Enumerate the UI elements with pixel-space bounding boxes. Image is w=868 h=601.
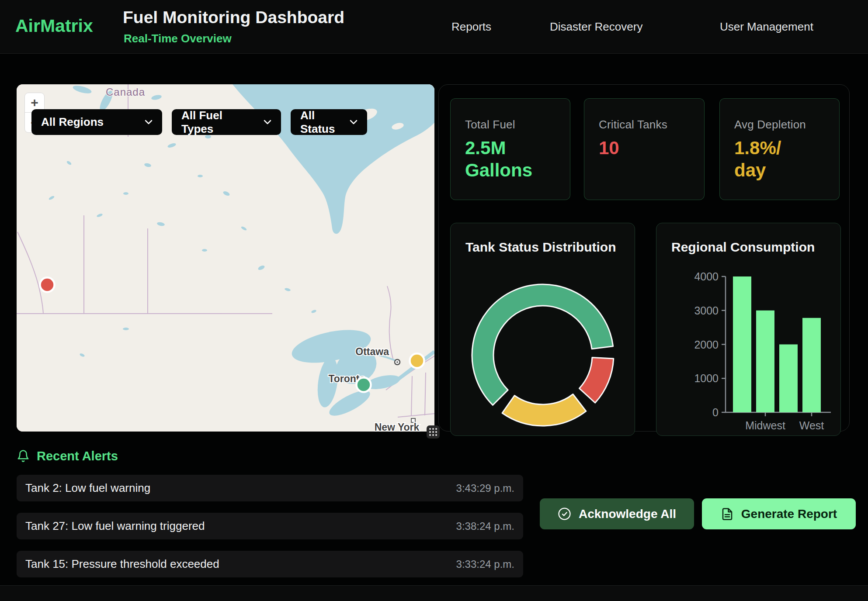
svg-text:West: West (799, 419, 824, 432)
svg-text:0: 0 (712, 406, 719, 418)
map-label-canada: Canada (106, 86, 145, 98)
consumption-bar (802, 318, 821, 412)
footer-bar (0, 585, 868, 601)
map-label-new-york: New York (375, 421, 420, 432)
generate-report-label: Generate Report (741, 507, 837, 521)
fuel-type-filter-label: All Fuel Types (181, 109, 256, 136)
tank-status-title: Tank Status Distribution (465, 240, 616, 255)
tank-status-panel: Tank Status Distribution (450, 223, 635, 436)
consumption-bar (756, 311, 774, 412)
stat-card-avg-depletion: Avg Depletion 1.8%/ day (719, 98, 840, 200)
regional-consumption-chart[interactable]: 01000200030004000MidwestWest (656, 223, 841, 436)
tank-status-donut[interactable] (469, 281, 617, 429)
stat-card-total-fuel: Total Fuel 2.5M Gallons (450, 98, 570, 200)
fuel-map[interactable]: Canada Ottawa Toronto New York (17, 84, 434, 432)
donut-segment-warning (502, 394, 586, 426)
app-header: AirMatrix Fuel Monitoring Dashboard Real… (0, 0, 868, 54)
status-filter-label: All Status (300, 109, 342, 136)
svg-text:2000: 2000 (694, 338, 719, 351)
svg-text:Midwest: Midwest (745, 419, 785, 432)
consumption-bar (779, 345, 798, 413)
alert-text: Tank 27: Low fuel warning triggered (25, 519, 205, 533)
map-label-ottawa: Ottawa (355, 346, 389, 357)
alert-row: Tank 15: Pressure threshold exceeded 3:3… (17, 551, 523, 577)
fuel-type-filter-dropdown[interactable]: All Fuel Types (172, 109, 281, 135)
map-canvas[interactable]: Canada Ottawa Toronto New York (17, 84, 434, 432)
regional-consumption-panel: Regional Consumption 01000200030004000Mi… (656, 223, 841, 436)
map-resize-grip-icon[interactable] (427, 425, 440, 439)
chevron-down-icon (145, 120, 153, 124)
warning-tank-marker[interactable] (410, 354, 424, 368)
critical-tank-marker[interactable] (40, 278, 55, 292)
check-circle-icon (558, 507, 571, 521)
chevron-down-icon (264, 120, 271, 124)
acknowledge-all-button[interactable]: Acknowledge All (540, 498, 694, 529)
stat-label: Total Fuel (465, 118, 570, 131)
consumption-bar (733, 276, 751, 412)
acknowledge-all-label: Acknowledge All (579, 507, 676, 521)
region-filter-label: All Regions (41, 115, 104, 129)
status-filter-dropdown[interactable]: All Status (291, 109, 367, 135)
map-town-dot-ottawa-center (396, 361, 398, 363)
alert-text: Tank 2: Low fuel warning (25, 481, 150, 495)
page-subtitle: Real-Time Overview (124, 32, 232, 45)
nav-item-reports[interactable]: Reports (451, 20, 491, 34)
alert-time: 3:43:29 p.m. (456, 482, 514, 494)
stat-value: 1.8%/ day (734, 137, 839, 181)
donut-segment-critical (579, 358, 613, 403)
stat-value: 10 (599, 137, 704, 159)
document-icon (721, 507, 734, 521)
brand-logo: AirMatrix (15, 16, 93, 36)
page-title: Fuel Monitoring Dashboard (123, 8, 344, 27)
stat-value: 2.5M Gallons (465, 137, 570, 181)
bell-icon (17, 449, 30, 463)
alert-text: Tank 15: Pressure threshold exceeded (25, 557, 219, 571)
alert-row: Tank 2: Low fuel warning 3:43:29 p.m. (17, 475, 523, 501)
recent-alerts-header: Recent Alerts (17, 448, 118, 464)
svg-text:3000: 3000 (694, 304, 719, 317)
generate-report-button[interactable]: Generate Report (702, 498, 856, 529)
stat-card-critical-tanks: Critical Tanks 10 (584, 98, 705, 200)
nav-item-user-management[interactable]: User Management (720, 20, 813, 34)
region-filter-dropdown[interactable]: All Regions (31, 109, 162, 135)
stat-label: Critical Tanks (599, 118, 704, 131)
alert-time: 3:33:24 p.m. (456, 558, 514, 570)
alert-row: Tank 27: Low fuel warning triggered 3:38… (17, 513, 523, 539)
svg-text:1000: 1000 (694, 372, 719, 384)
stat-label: Avg Depletion (734, 118, 839, 131)
chevron-down-icon (350, 120, 358, 124)
nav-item-disaster-recovery[interactable]: Disaster Recovery (550, 20, 642, 34)
recent-alerts-title: Recent Alerts (37, 449, 118, 463)
normal-tank-marker[interactable] (357, 378, 371, 392)
alert-time: 3:38:24 p.m. (456, 520, 514, 532)
svg-text:4000: 4000 (694, 270, 719, 283)
